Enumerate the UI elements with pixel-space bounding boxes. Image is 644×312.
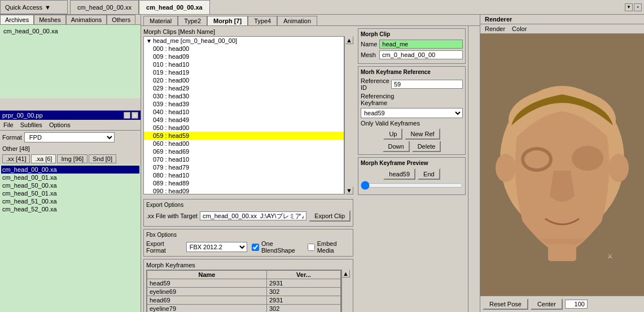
tree-item-0[interactable]: 000 : head00 [144,45,344,53]
sub-file-4[interactable]: cm_head_51_00.xa [1,197,139,205]
reset-pose-button[interactable]: Reset Pose [483,298,528,310]
tab-snd-count[interactable]: Snd [0] [89,154,116,163]
tree-item-17[interactable]: 089 : head89 [144,179,344,187]
sub-file-0[interactable]: cm_head_00_00.xa [1,166,139,174]
delete-button[interactable]: Delete [412,141,441,152]
preview-group: Morph Keyframe Preview head59 End [358,157,466,195]
tab-xa[interactable]: cm_head_00_00.xa [139,0,210,14]
renderer-menu: Render Color [480,24,644,34]
mk-row-0[interactable]: head592931 [147,279,341,288]
renderer-color-menu[interactable]: Color [512,25,527,32]
morph-clips-list[interactable]: ▼ head_me [cm_0_head_00_00] 000 : head00… [143,36,344,194]
svg-point-4 [524,150,549,168]
tree-item-2[interactable]: 010 : head10 [144,60,344,68]
tab-img-count[interactable]: Img [96] [57,154,87,163]
zoom-input[interactable] [565,300,588,309]
up-button[interactable]: Up [383,128,402,140]
sub-file-5[interactable]: cm_head_52_00.xa [1,205,139,213]
tab-material[interactable]: Material [143,16,178,25]
embed-media-checkbox[interactable] [308,244,315,251]
menu-options[interactable]: Options [48,121,72,129]
svg-point-7 [608,154,629,182]
tab-morph[interactable]: Morph [7] [207,16,248,25]
other-tabs-bar: .xx [41] .xa [6] Img [96] Snd [0] [0,153,141,164]
sub-menu-bar: File Subfiles Options [0,120,141,131]
tree-root[interactable]: ▼ head_me [cm_0_head_00_00] [144,37,344,45]
minimize-button[interactable]: ▼ [625,3,633,11]
morph-clips-section: Morph Clips [Mesh Name] ▼ head_me [cm_0_… [141,26,356,197]
tab-meshes[interactable]: Meshes [34,15,66,24]
mk-scrollbar[interactable]: ▲ ▼ [341,270,351,312]
xx-file-input[interactable] [200,211,306,220]
menu-file[interactable]: File [2,121,15,129]
preview-slider[interactable] [361,181,463,190]
tree-item-18[interactable]: 090 : head09 [144,187,344,194]
mk-row-1[interactable]: eyeline69302 [147,288,341,296]
tab-type4[interactable]: Type4 [248,16,277,25]
tab-animation[interactable]: Animation [277,16,317,25]
tree-item-9[interactable]: 049 : head49 [144,116,344,124]
tree-item-14[interactable]: 070 : head10 [144,155,344,163]
top-bar: Quick Access ▼ cm_head_00_00.xx cm_head_… [0,0,644,15]
tree-item-3[interactable]: 019 : head19 [144,68,344,76]
preview-to-button[interactable]: End [418,168,440,180]
tab-others[interactable]: Others [107,15,135,24]
quick-access-bar[interactable]: Quick Access ▼ [0,0,68,14]
tree-item-4[interactable]: 020 : head00 [144,76,344,84]
tree-item-15[interactable]: 079 : head79 [144,163,344,171]
fbx-options-title: Fbx Options [146,232,351,238]
export-clip-button[interactable]: Export Clip [309,210,351,222]
down-button[interactable]: Down [383,141,410,152]
left-bottom-section: prpr_00_00.pp _ × File Subfiles Options … [0,111,141,312]
tab-type2[interactable]: Type2 [178,16,207,25]
new-ref-button[interactable]: New Ref [405,128,440,140]
mk-scroll-up[interactable]: ▲ [342,270,350,278]
preview-from-button[interactable]: head59 [383,168,415,180]
tab-xa-count[interactable]: .xa [6] [31,154,56,163]
tree-item-11[interactable]: 059 : head59 [144,132,344,140]
tab-animations[interactable]: Animations [66,15,107,24]
scroll-down-btn[interactable]: ▼ [345,187,353,194]
tree-item-6[interactable]: 030 : head30 [144,92,344,100]
export-format-select[interactable]: FBX 2012.2 [186,242,247,252]
tree-item-12[interactable]: 060 : head00 [144,140,344,148]
sub-file-3[interactable]: cm_head_50_01.xa [1,189,139,197]
close-button[interactable]: × [634,3,642,11]
only-valid-label: Only Valid Keyframes [361,120,420,127]
referencing-select[interactable]: head59 [361,108,463,118]
tab-xx[interactable]: cm_head_00_00.xx [70,0,139,14]
sub-file-2[interactable]: cm_head_50_00.xa [1,181,139,189]
menu-subfiles[interactable]: Subfiles [19,121,43,129]
sub-file-1[interactable]: cm_head_00_01.xa [1,174,139,181]
sub-close-btn[interactable]: × [132,112,138,119]
mk-row-3[interactable]: eyeline79302 [147,305,341,313]
tree-item-5[interactable]: 029 : head29 [144,84,344,92]
ref-id-input[interactable] [391,80,463,89]
tab-xx-count[interactable]: .xx [41] [2,154,30,163]
export-options-title: Export Options [146,202,351,208]
tree-item-16[interactable]: 080 : head10 [144,171,344,179]
quick-access-label: Quick Access [5,4,42,11]
tree-item-13[interactable]: 069 : head69 [144,148,344,155]
svg-point-3 [572,146,603,171]
sub-file-list: cm_head_00_00.xa cm_head_00_01.xa cm_hea… [0,164,141,312]
tree-item-10[interactable]: 050 : head00 [144,124,344,132]
sub-minimize-btn[interactable]: _ [124,112,130,119]
center-button[interactable]: Center [531,298,563,310]
tree-item-7[interactable]: 039 : head39 [144,100,344,108]
tab-archives[interactable]: Archives [0,15,34,24]
renderer-render-menu[interactable]: Render [485,25,505,32]
down-delete-row: Down Delete [361,141,463,152]
scroll-up-btn[interactable]: ▲ [345,36,353,44]
tree-item-1[interactable]: 009 : head09 [144,53,344,60]
tree-item-8[interactable]: 040 : head10 [144,108,344,116]
mk-list[interactable]: Name Ver... head592931 eyeline69302 head… [146,270,341,312]
format-select[interactable]: FPD [24,132,115,142]
mk-container: Name Ver... head592931 eyeline69302 head… [146,270,351,312]
clips-scrollbar[interactable]: ▲ ▼ [344,36,353,194]
name-input[interactable] [379,40,463,49]
mk-row-2[interactable]: head692931 [147,296,341,305]
mesh-input[interactable] [379,50,463,59]
file-item-0[interactable]: cm_head_00_00.xa [2,27,138,35]
one-blend-shape-checkbox[interactable] [252,244,259,251]
